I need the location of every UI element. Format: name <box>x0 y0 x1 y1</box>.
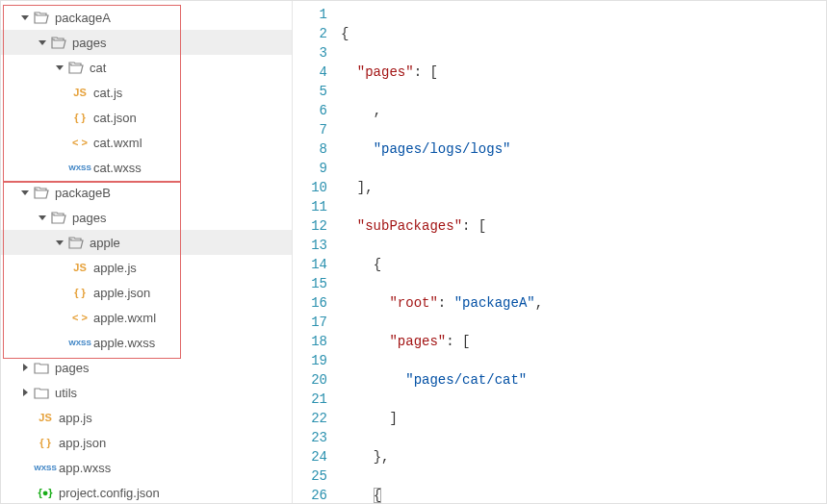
folder-icon <box>32 360 51 375</box>
tree-label: pages <box>72 211 284 225</box>
tree-label: cat.wxss <box>93 161 284 175</box>
tree-label: cat.json <box>93 111 284 125</box>
json-file-icon: { } <box>70 285 90 300</box>
tree-file-app-js[interactable]: JS app.js <box>1 405 292 430</box>
chevron-down-icon <box>18 11 32 24</box>
tree-label: app.wxss <box>59 461 284 475</box>
tree-file-app-wxss[interactable]: WXSS app.wxss <box>1 455 292 480</box>
tree-folder-apple[interactable]: apple <box>1 230 292 255</box>
tree-file-cat-json[interactable]: { } cat.json <box>1 105 292 130</box>
chevron-down-icon <box>36 211 49 224</box>
tree-folder-root-pages[interactable]: pages <box>1 355 292 380</box>
json-file-icon: { } <box>36 435 55 450</box>
folder-open-icon <box>49 35 68 50</box>
config-file-icon: {●} <box>36 485 55 500</box>
js-file-icon: JS <box>70 260 90 275</box>
tree-label: app.js <box>59 411 284 425</box>
chevron-down-icon <box>53 61 66 74</box>
tree-folder-packageA[interactable]: packageA <box>1 5 292 30</box>
tree-label: apple.wxml <box>93 311 284 325</box>
code-editor[interactable]: 12345 678910 1112131415 1617181920 21222… <box>293 1 826 503</box>
tree-label: apple.json <box>93 286 284 300</box>
tree-file-apple-wxss[interactable]: WXSS apple.wxss <box>1 330 292 355</box>
tree-file-cat-js[interactable]: JS cat.js <box>1 80 292 105</box>
file-tree-sidebar: packageA pages cat JS cat.js { } cat.jso… <box>1 1 293 503</box>
tree-file-app-json[interactable]: { } app.json <box>1 430 292 455</box>
tree-file-apple-wxml[interactable]: < > apple.wxml <box>1 305 292 330</box>
folder-open-icon <box>32 185 51 200</box>
tree-label: app.json <box>59 436 284 450</box>
folder-open-icon <box>32 10 51 25</box>
tree-label: cat.wxml <box>93 136 284 150</box>
chevron-down-icon <box>18 186 32 199</box>
tree-label: apple.wxss <box>93 336 284 350</box>
wxss-file-icon: WXSS <box>70 160 90 175</box>
tree-label: packageB <box>55 186 284 200</box>
line-gutter: 12345 678910 1112131415 1617181920 21222… <box>293 5 341 503</box>
tree-label: cat.js <box>93 86 284 100</box>
code-content[interactable]: { "pages": [ , "pages/logs/logs" ], "sub… <box>341 5 826 503</box>
tree-folder-utils[interactable]: utils <box>1 380 292 405</box>
js-file-icon: JS <box>70 85 90 100</box>
chevron-right-icon <box>18 361 32 374</box>
tree-label: project.config.json <box>59 486 284 500</box>
chevron-down-icon <box>36 36 49 49</box>
tree-label: pages <box>55 361 284 375</box>
tree-file-cat-wxss[interactable]: WXSS cat.wxss <box>1 155 292 180</box>
tree-folder-packageB[interactable]: packageB <box>1 180 292 205</box>
tree-file-cat-wxml[interactable]: < > cat.wxml <box>1 130 292 155</box>
tree-file-apple-js[interactable]: JS apple.js <box>1 255 292 280</box>
folder-open-icon <box>66 60 86 75</box>
tree-folder-packageB-pages[interactable]: pages <box>1 205 292 230</box>
js-file-icon: JS <box>36 410 55 425</box>
tree-label: pages <box>72 36 284 50</box>
tree-label: utils <box>55 386 284 400</box>
folder-open-icon <box>66 235 86 250</box>
chevron-down-icon <box>53 236 66 249</box>
json-file-icon: { } <box>70 110 90 125</box>
tree-file-apple-json[interactable]: { } apple.json <box>1 280 292 305</box>
wxss-file-icon: WXSS <box>36 460 55 475</box>
wxss-file-icon: WXSS <box>70 335 90 350</box>
tree-file-project-config[interactable]: {●} project.config.json <box>1 480 292 503</box>
file-tree: packageA pages cat JS cat.js { } cat.jso… <box>1 1 292 503</box>
tree-label: apple <box>90 236 284 250</box>
folder-open-icon <box>49 210 68 225</box>
folder-icon <box>32 385 51 400</box>
wxml-file-icon: < > <box>70 310 90 325</box>
tree-folder-packageA-pages[interactable]: pages <box>1 30 292 55</box>
tree-label: cat <box>90 61 284 75</box>
tree-folder-cat[interactable]: cat <box>1 55 292 80</box>
tree-label: packageA <box>55 11 284 25</box>
wxml-file-icon: < > <box>70 135 90 150</box>
tree-label: apple.js <box>93 261 284 275</box>
chevron-right-icon <box>18 386 32 399</box>
